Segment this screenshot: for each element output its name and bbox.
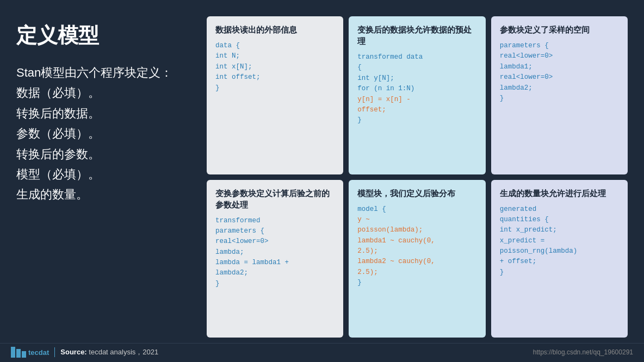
card-data: 数据块读出的外部信息data {int N;int x[N];int offse…	[207, 16, 343, 174]
card-parameters-title: 参数块定义了采样的空间	[500, 24, 619, 35]
source-label: Source:	[60, 348, 86, 356]
footer-url: https://blog.csdn.net/qq_19600291	[533, 348, 633, 356]
description: Stan模型由六个程序块定义：数据（必填）。转换后的数据。参数（必填）。转换后的…	[16, 63, 190, 205]
left-panel: 定义模型 Stan模型由六个程序块定义：数据（必填）。转换后的数据。参数（必填）…	[16, 16, 190, 338]
svg-rect-0	[11, 347, 15, 358]
card-model-title: 模型块，我们定义后验分布	[357, 188, 476, 199]
card-generated-code: generatedquantities {int x_predict;x_pre…	[500, 204, 619, 330]
card-transformed-params-title: 变换参数块定义计算后验之前的参数处理	[215, 188, 335, 210]
svg-rect-1	[16, 349, 21, 358]
main-content: 定义模型 Stan模型由六个程序块定义：数据（必填）。转换后的数据。参数（必填）…	[0, 0, 644, 343]
card-transformed-params: 变换参数块定义计算后验之前的参数处理transformedparameters …	[207, 180, 343, 338]
card-generated: 生成的数量块允许进行后处理generatedquantities {int x_…	[491, 180, 628, 338]
page-title: 定义模型	[16, 22, 190, 49]
card-transformed-data-code: transformed data{int y[N];for (n in 1:N)…	[357, 52, 476, 167]
card-parameters: 参数块定义了采样的空间parameters {real<lower=0>lamb…	[491, 16, 628, 174]
card-transformed-data: 变换后的数据块允许数据的预处理transformed data{int y[N]…	[349, 16, 485, 174]
cards-grid: 数据块读出的外部信息data {int N;int x[N];int offse…	[207, 16, 628, 338]
card-model: 模型块，我们定义后验分布model {y ~poisson(lambda);la…	[349, 180, 485, 338]
card-transformed-data-title: 变换后的数据块允许数据的预处理	[357, 24, 476, 47]
footer-left: tecdat Source: tecdat analysis，2021	[11, 347, 158, 358]
card-data-code: data {int N;int x[N];int offset;}	[215, 41, 335, 167]
footer-source: Source: tecdat analysis，2021	[60, 347, 158, 357]
svg-rect-2	[22, 351, 26, 358]
logo-box: tecdat	[11, 347, 49, 358]
card-generated-title: 生成的数量块允许进行后处理	[500, 188, 619, 199]
card-model-code: model {y ~poisson(lambda);lambda1 ~ cauc…	[357, 204, 476, 330]
card-parameters-code: parameters {real<lower=0>lambda1;real<lo…	[500, 41, 619, 167]
footer-divider	[54, 347, 55, 357]
logo-icon	[11, 347, 26, 358]
footer: tecdat Source: tecdat analysis，2021 http…	[0, 343, 644, 362]
card-transformed-params-code: transformedparameters {real<lower=0>lamb…	[215, 216, 335, 330]
logo-text: tecdat	[28, 348, 49, 357]
card-data-title: 数据块读出的外部信息	[215, 24, 335, 35]
source-text: tecdat analysis，2021	[87, 348, 159, 356]
